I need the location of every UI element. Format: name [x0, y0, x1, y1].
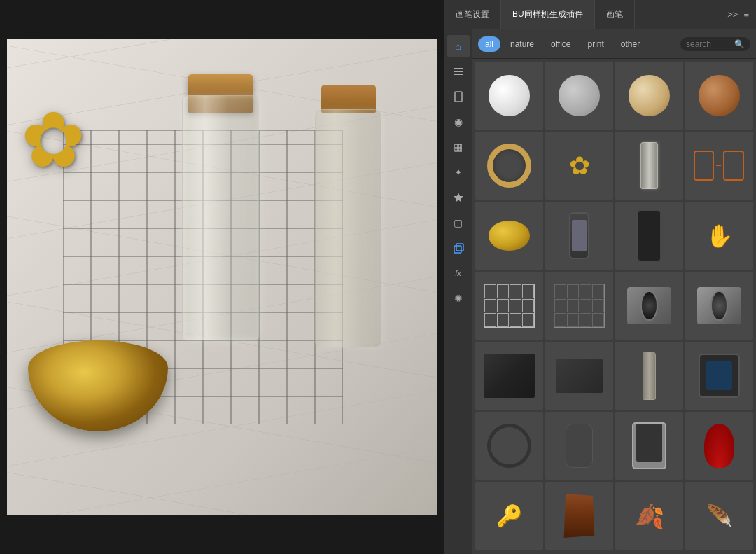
grid-item-dark-cloth[interactable] [475, 342, 543, 410]
grid-item-tablet[interactable] [615, 412, 683, 480]
dark-cork-thumb [699, 75, 739, 116]
gold-bow-object [21, 95, 112, 179]
grid-container: ✿ [475, 62, 753, 550]
sidebar-rect-icon[interactable]: ▢ [447, 212, 470, 234]
sidebar-star-icon[interactable]: ✦ [447, 161, 470, 183]
search-icon: 🔍 [734, 39, 745, 49]
tab-expand[interactable]: >> ≡ [720, 9, 756, 20]
bark-thumb [562, 494, 596, 538]
grid-gray-thumb [554, 284, 605, 328]
asset-browser: all nature office print other 🔍 [472, 29, 756, 554]
feather-thumb: 🪶 [706, 504, 732, 528]
tab-brush[interactable]: 画笔 [595, 0, 635, 29]
gold-oval-thumb [489, 221, 529, 251]
filter-print[interactable]: print [581, 36, 611, 52]
svg-rect-5 [454, 246, 461, 253]
sidebar-checker-icon[interactable]: ▦ [447, 136, 470, 158]
sidebar-layers-icon[interactable] [447, 60, 470, 83]
message-bottle-object [315, 109, 382, 347]
svg-marker-4 [454, 193, 463, 202]
sidebar-cube-icon[interactable] [447, 237, 470, 259]
grid-item-dark-rect[interactable] [545, 342, 613, 410]
grid-item-phone-dark[interactable] [615, 202, 683, 270]
message-bottle-cork [321, 85, 376, 113]
content-row: ⌂ ◉ ▦ ✦ ▢ fx ✺ all nature [444, 29, 756, 554]
grid-item-phone[interactable] [545, 202, 613, 270]
glass-bottle-object [182, 95, 259, 340]
grid-item-grid-gray[interactable] [545, 272, 613, 340]
grid-item-wristband[interactable] [545, 412, 613, 480]
grid-item-camera[interactable] [615, 272, 683, 340]
rope-thumb [487, 144, 531, 188]
grid-item-rope[interactable] [475, 132, 543, 200]
sidebar-document-icon[interactable] [447, 85, 470, 108]
grid-item-candle[interactable] [685, 412, 753, 480]
right-panel: 画笔设置 BU同样机生成插件 画笔 >> ≡ ⌂ ◉ ▦ ✦ ▢ [444, 0, 756, 554]
grid-item-circle-white[interactable] [475, 62, 543, 130]
filter-other[interactable]: other [614, 36, 647, 52]
expand-icon: >> [727, 9, 738, 20]
tab-brush-settings[interactable]: 画笔设置 [444, 0, 501, 29]
grid-item-feather[interactable]: 🪶 [685, 482, 753, 550]
sidebar-fx-icon[interactable]: fx [447, 262, 470, 284]
svg-rect-6 [456, 244, 463, 251]
tab-bu-plugin[interactable]: BU同样机生成插件 [501, 0, 595, 29]
bow-thumb: ✿ [569, 151, 590, 181]
grid-item-leaf[interactable]: 🍂 [615, 482, 683, 550]
dark-rect-thumb [556, 359, 603, 393]
svg-rect-1 [454, 71, 463, 72]
filter-nature[interactable]: nature [503, 36, 541, 52]
svg-rect-2 [454, 74, 463, 75]
bottle-thumb [640, 142, 657, 190]
grid-item-bow[interactable]: ✿ [545, 132, 613, 200]
search-box: 🔍 [680, 37, 750, 51]
search-input[interactable] [686, 39, 732, 49]
canvas-area [0, 0, 444, 554]
grid-item-hand[interactable]: ✋ [685, 202, 753, 270]
hand-thumb: ✋ [706, 223, 734, 249]
filter-office[interactable]: office [544, 36, 578, 52]
icon-sidebar: ⌂ ◉ ▦ ✦ ▢ fx ✺ [444, 29, 472, 554]
grid-area: ✿ [472, 59, 756, 554]
wristband-thumb [566, 424, 593, 468]
bottle-msg-thumb [643, 352, 656, 401]
circle-white-thumb [489, 75, 529, 116]
filter-all[interactable]: all [478, 36, 500, 52]
camera2-thumb [697, 287, 741, 324]
grid-white-thumb [484, 284, 535, 328]
glasses-thumb [694, 151, 745, 181]
grid-item-dark-cork[interactable] [685, 62, 753, 130]
svg-rect-3 [455, 92, 462, 102]
grid-item-gold-oval[interactable] [475, 202, 543, 270]
tabs-bar: 画笔设置 BU同样机生成插件 画笔 >> ≡ [444, 0, 756, 29]
bracelet-thumb [487, 424, 531, 468]
grid-item-bottle[interactable] [615, 132, 683, 200]
grid-item-cork-circle[interactable] [615, 62, 683, 130]
circle-gray-thumb [559, 75, 599, 116]
dark-cloth-thumb [484, 354, 535, 398]
watch-thumb [699, 354, 739, 398]
sidebar-home-icon[interactable]: ⌂ [447, 35, 470, 57]
filter-bar: all nature office print other 🔍 [472, 29, 756, 59]
cork-circle-thumb [629, 75, 669, 116]
sidebar-light-icon[interactable]: ✺ [447, 287, 470, 310]
grid-item-camera-2[interactable] [685, 272, 753, 340]
keychain-thumb: 🔑 [496, 504, 522, 528]
grid-item-bark[interactable] [545, 482, 613, 550]
grid-item-watch[interactable] [685, 342, 753, 410]
menu-icon: ≡ [743, 9, 749, 20]
grid-item-glasses[interactable] [685, 132, 753, 200]
svg-rect-0 [454, 68, 463, 69]
sidebar-drop-icon[interactable]: ◉ [447, 111, 470, 133]
tablet-thumb [632, 422, 666, 470]
candle-thumb [704, 424, 735, 468]
grid-item-bracelet[interactable] [475, 412, 543, 480]
grid-item-grid-white[interactable] [475, 272, 543, 340]
phone-thumb [569, 212, 589, 260]
leaf-thumb: 🍂 [635, 502, 664, 530]
grid-item-bottle-msg[interactable] [615, 342, 683, 410]
grid-item-keychain[interactable]: 🔑 [475, 482, 543, 550]
sidebar-stamp-icon[interactable] [447, 186, 470, 209]
grid-item-circle-gray[interactable] [545, 62, 613, 130]
camera-thumb [627, 287, 671, 324]
